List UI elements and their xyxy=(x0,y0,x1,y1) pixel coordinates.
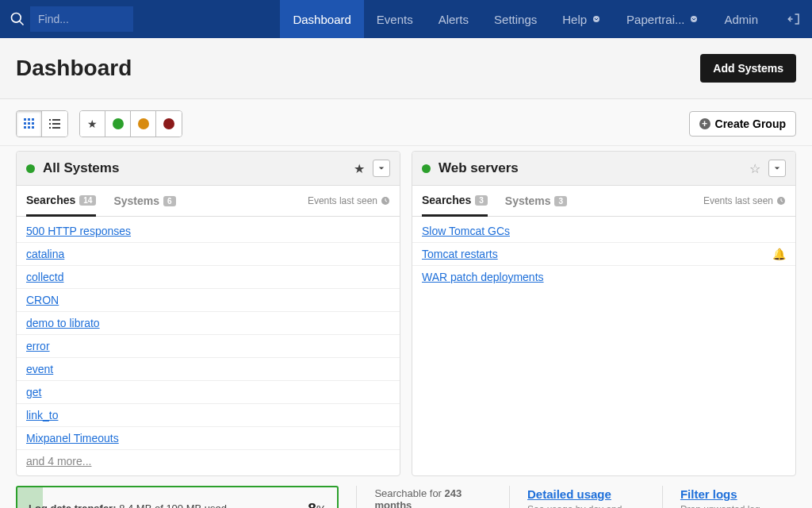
svg-rect-15 xyxy=(49,123,51,125)
nav-alerts[interactable]: Alerts xyxy=(426,0,481,38)
search-icon xyxy=(10,11,25,27)
search-link[interactable]: WAR patch deployments xyxy=(422,271,544,283)
search-link[interactable]: event xyxy=(26,363,53,375)
search-link[interactable]: get xyxy=(26,386,41,398)
status-dot-icon xyxy=(422,164,431,173)
filter-green[interactable] xyxy=(105,111,131,137)
tab-searches[interactable]: Searches3 xyxy=(422,194,488,217)
top-nav: Dashboard Events Alerts Settings Help Pa… xyxy=(0,0,812,38)
nav-papertrail[interactable]: Papertrai... xyxy=(614,0,711,38)
usage-text: Log data transfer: 8.4 MB of 100 MB used xyxy=(29,502,227,508)
detailed-usage-sub: See usage by day and system xyxy=(527,504,645,508)
svg-rect-7 xyxy=(24,122,26,125)
grid-view-button[interactable] xyxy=(17,111,42,137)
view-toggle xyxy=(16,110,68,137)
svg-rect-6 xyxy=(32,118,34,121)
search-link[interactable]: catalina xyxy=(26,248,64,260)
filter-orange[interactable] xyxy=(131,111,156,137)
card-header: Web servers ☆ xyxy=(412,152,795,186)
svg-rect-18 xyxy=(52,127,60,129)
list-item-more: and 4 more... xyxy=(17,450,400,472)
card-menu-button[interactable] xyxy=(373,160,390,177)
card-header: All Systems ★ xyxy=(17,152,400,186)
chevron-down-icon xyxy=(689,14,699,24)
tab-systems[interactable]: Systems3 xyxy=(505,194,567,215)
list-item: Tomcat restarts🔔 xyxy=(412,243,795,266)
svg-rect-9 xyxy=(32,122,34,125)
star-icon: ★ xyxy=(87,117,98,130)
card-title: Web servers xyxy=(439,160,746,176)
filter-logs-sub: Drop unwanted log messages xyxy=(680,504,796,508)
page-header: Dashboard Add Systems xyxy=(0,38,812,99)
list-item: link_to xyxy=(17,404,400,427)
nav-events[interactable]: Events xyxy=(364,0,426,38)
list-item: WAR patch deployments xyxy=(412,266,795,288)
list-view-button[interactable] xyxy=(42,111,67,137)
filter-logs-link[interactable]: Filter logs xyxy=(680,487,737,501)
nav-exit[interactable] xyxy=(771,0,812,38)
caret-down-icon xyxy=(774,165,780,171)
filter-star[interactable]: ★ xyxy=(80,111,105,137)
search-link[interactable]: Tomcat restarts xyxy=(422,248,498,260)
svg-rect-14 xyxy=(52,119,60,121)
events-last-seen: Events last seen xyxy=(308,195,390,214)
search-link[interactable]: link_to xyxy=(26,409,58,421)
add-systems-button[interactable]: Add Systems xyxy=(700,54,796,83)
tab-systems[interactable]: Systems6 xyxy=(113,194,175,215)
svg-point-2 xyxy=(593,16,599,22)
list-item: Mixpanel Timeouts xyxy=(17,427,400,450)
page-title: Dashboard xyxy=(16,56,700,81)
more-link[interactable]: and 4 more... xyxy=(26,455,92,468)
svg-rect-17 xyxy=(49,127,51,129)
toolbar: ★ + Create Group xyxy=(0,99,812,146)
svg-rect-4 xyxy=(24,118,26,121)
svg-rect-13 xyxy=(49,119,51,121)
nav-admin[interactable]: Admin xyxy=(711,0,771,38)
star-toggle[interactable]: ★ xyxy=(350,161,368,176)
card-menu-button[interactable] xyxy=(768,160,786,177)
card-list: Slow Tomcat GCs Tomcat restarts🔔 WAR pat… xyxy=(412,217,795,291)
card-web-servers: Web servers ☆ Searches3 Systems3 Events … xyxy=(412,151,796,476)
count-badge: 14 xyxy=(79,195,96,206)
count-badge: 6 xyxy=(163,196,176,206)
chevron-down-icon xyxy=(592,14,601,24)
nav-settings[interactable]: Settings xyxy=(481,0,550,38)
list-item: Slow Tomcat GCs xyxy=(412,220,795,243)
search-link[interactable]: Slow Tomcat GCs xyxy=(422,225,510,237)
svg-rect-10 xyxy=(24,126,26,129)
nav-dashboard[interactable]: Dashboard xyxy=(280,0,363,38)
search-wrap xyxy=(0,6,140,32)
red-dot-icon xyxy=(163,118,174,129)
usage-percent: 8% xyxy=(308,500,326,509)
events-last-seen: Events last seen xyxy=(703,195,786,214)
detailed-usage-link[interactable]: Detailed usage xyxy=(527,487,611,501)
footer-filter: Filter logs Drop unwanted log messages xyxy=(662,486,796,508)
footer-detailed: Detailed usage See usage by day and syst… xyxy=(509,486,645,508)
nav-help[interactable]: Help xyxy=(550,0,614,38)
search-link[interactable]: error xyxy=(26,340,50,352)
svg-rect-8 xyxy=(28,122,30,125)
list-item: get xyxy=(17,381,400,404)
status-dot-icon xyxy=(26,164,35,173)
tab-searches[interactable]: Searches14 xyxy=(26,194,96,217)
search-link[interactable]: 500 HTTP responses xyxy=(26,225,131,237)
main: All Systems ★ Searches14 Systems6 Events… xyxy=(0,146,812,476)
list-item: catalina xyxy=(17,243,400,266)
create-group-button[interactable]: + Create Group xyxy=(689,111,796,137)
card-tabs: Searches14 Systems6 Events last seen xyxy=(17,186,400,217)
footer-retention: Searchable for 243 months Archived for 7… xyxy=(356,486,492,508)
filter-red[interactable] xyxy=(156,111,182,137)
caret-down-icon xyxy=(378,165,385,171)
star-toggle[interactable]: ☆ xyxy=(746,161,764,176)
search-link[interactable]: Mixpanel Timeouts xyxy=(26,432,119,444)
list-item: CRON xyxy=(17,289,400,312)
search-link[interactable]: demo to librato xyxy=(26,317,100,329)
search-input[interactable] xyxy=(30,6,133,32)
card-all-systems: All Systems ★ Searches14 Systems6 Events… xyxy=(16,151,400,476)
green-dot-icon xyxy=(113,118,124,129)
search-link[interactable]: collectd xyxy=(26,271,63,283)
search-link[interactable]: CRON xyxy=(26,294,59,306)
svg-line-1 xyxy=(20,21,24,25)
card-tabs: Searches3 Systems3 Events last seen xyxy=(412,186,795,217)
clock-icon xyxy=(381,196,390,206)
